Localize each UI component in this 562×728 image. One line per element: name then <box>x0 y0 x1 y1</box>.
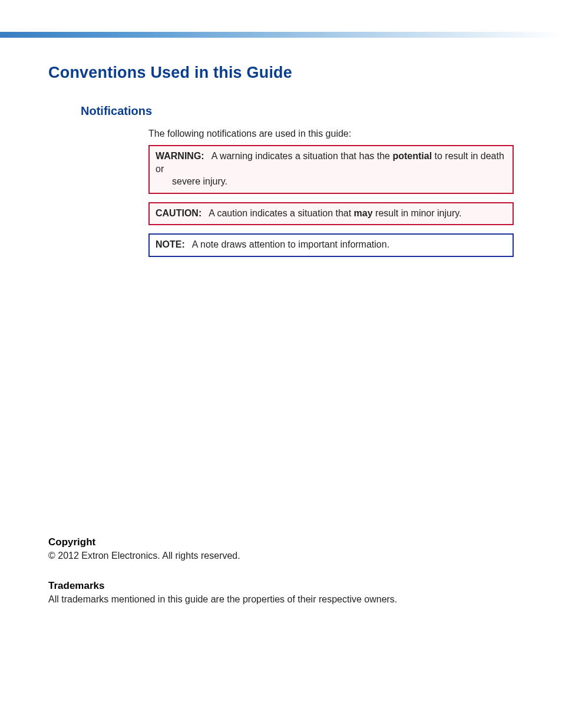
copyright-heading: Copyright <box>48 536 514 548</box>
note-box: NOTE:A note draws attention to important… <box>148 233 514 257</box>
page-content: Conventions Used in this Guide Notificat… <box>48 64 514 265</box>
caution-box: CAUTION:A caution indicates a situation … <box>148 202 514 226</box>
caution-text-after: result in minor injury. <box>373 208 462 218</box>
intro-paragraph: The following notifications are used in … <box>148 129 514 139</box>
trademarks-heading: Trademarks <box>48 580 514 592</box>
page-title: Conventions Used in this Guide <box>48 64 514 82</box>
note-text: A note draws attention to important info… <box>192 239 389 249</box>
warning-line2: severe injury. <box>156 175 507 188</box>
header-gradient-bar <box>0 32 562 38</box>
copyright-text: © 2012 Extron Electronics. All rights re… <box>48 551 514 561</box>
caution-bold: may <box>354 208 373 218</box>
warning-text-before: A warning indicates a situation that has… <box>211 151 393 161</box>
trademarks-text: All trademarks mentioned in this guide a… <box>48 594 514 605</box>
section-heading-notifications: Notifications <box>81 104 514 118</box>
notification-boxes: WARNING:A warning indicates a situation … <box>148 145 514 257</box>
note-label: NOTE: <box>156 239 185 249</box>
caution-text-before: A caution indicates a situation that <box>209 208 353 218</box>
warning-box: WARNING:A warning indicates a situation … <box>148 145 514 194</box>
caution-label: CAUTION: <box>156 208 201 218</box>
footer-section: Copyright © 2012 Extron Electronics. All… <box>48 536 514 624</box>
warning-bold: potential <box>392 151 432 161</box>
warning-label: WARNING: <box>156 151 204 161</box>
